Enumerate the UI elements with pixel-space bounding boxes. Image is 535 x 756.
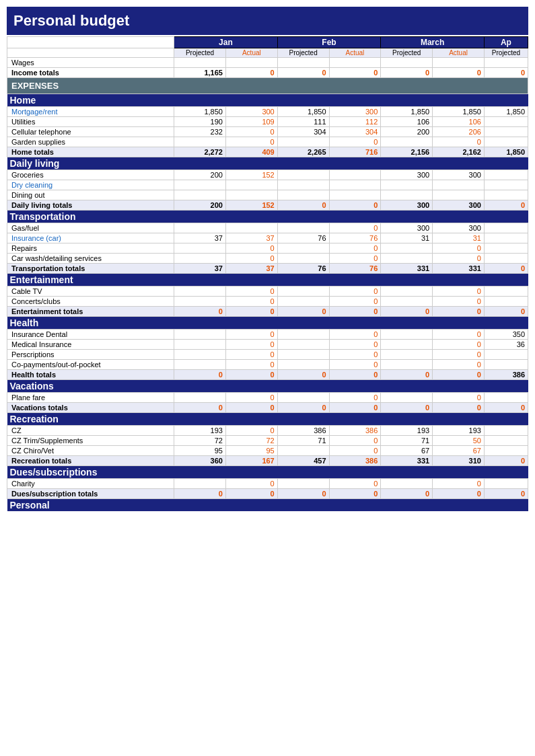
medical-ins-label: Medical Insurance bbox=[7, 340, 174, 350]
ins-dental-mar-proj bbox=[381, 330, 433, 340]
mortgage-mar-proj: 1,850 bbox=[381, 107, 433, 117]
dues-mar-proj: 0 bbox=[381, 489, 433, 499]
cellular-label: Cellular telephone bbox=[7, 127, 174, 137]
dry-cleaning-feb-act bbox=[329, 180, 381, 190]
mortgage-feb-act: 300 bbox=[329, 107, 381, 117]
plane-mar-act: 0 bbox=[433, 393, 485, 403]
dues-label: Dues/subscriptions bbox=[7, 466, 528, 479]
medical-ap-proj: 36 bbox=[484, 340, 528, 350]
medical-feb-act: 0 bbox=[329, 340, 381, 350]
utilities-jan-proj: 190 bbox=[174, 117, 226, 127]
cz-chiro-row: CZ Chiro/Vet 95 95 0 67 67 bbox=[7, 446, 528, 456]
cz-chiro-ap-proj bbox=[484, 446, 528, 456]
gas-ap-proj bbox=[484, 223, 528, 233]
medical-jan-act: 0 bbox=[225, 340, 277, 350]
vacations-header: Vacations bbox=[7, 380, 528, 393]
income-jan-act: 0 bbox=[225, 68, 277, 78]
insurance-car-row: Insurance (car) 37 37 76 76 31 31 bbox=[7, 233, 528, 243]
cz-trim-row: CZ Trim/Supplements 72 72 71 0 71 50 bbox=[7, 436, 528, 446]
charity-ap-proj bbox=[484, 479, 528, 489]
home-totals-row: Home totals 2,272 409 2,265 716 2,156 2,… bbox=[7, 147, 528, 157]
vac-ap-proj: 0 bbox=[484, 403, 528, 413]
trans-feb-proj: 76 bbox=[277, 264, 329, 274]
repairs-mar-proj bbox=[381, 243, 433, 254]
jan-projected-header: Projected bbox=[174, 48, 226, 58]
dry-cleaning-label: Dry cleaning bbox=[7, 180, 174, 190]
utilities-row: Utilities 190 109 111 112 106 106 bbox=[7, 117, 528, 127]
charity-feb-act: 0 bbox=[329, 479, 381, 489]
home-totals-jan-proj: 2,272 bbox=[174, 147, 226, 157]
transportation-label: Transportation bbox=[7, 211, 528, 223]
cz-jan-act: 0 bbox=[225, 426, 277, 436]
rec-mar-proj: 331 bbox=[381, 456, 433, 466]
dues-ap-proj: 0 bbox=[484, 489, 528, 499]
copay-mar-proj bbox=[381, 360, 433, 370]
perscr-mar-act: 0 bbox=[433, 350, 485, 360]
concerts-row: Concerts/clubs 0 0 0 bbox=[7, 297, 528, 307]
dry-cleaning-jan-act bbox=[225, 180, 277, 190]
trans-mar-proj: 331 bbox=[381, 264, 433, 274]
repairs-jan-act: 0 bbox=[225, 243, 277, 254]
cz-trim-jan-proj: 72 bbox=[174, 436, 226, 446]
medical-mar-proj bbox=[381, 340, 433, 350]
perscr-feb-proj bbox=[277, 350, 329, 360]
charity-feb-proj bbox=[277, 479, 329, 489]
page-wrapper: Personal budget Jan Feb March Ap Project… bbox=[0, 0, 535, 518]
cz-chiro-jan-proj: 95 bbox=[174, 446, 226, 456]
rec-feb-act: 386 bbox=[329, 456, 381, 466]
health-jan-act: 0 bbox=[225, 370, 277, 380]
groceries-jan-proj: 200 bbox=[174, 170, 226, 180]
dues-jan-act: 0 bbox=[225, 489, 277, 499]
cellular-mar-proj: 200 bbox=[381, 127, 433, 137]
daily-living-header: Daily living bbox=[7, 157, 528, 170]
health-totals-row: Health totals 0 0 0 0 0 0 386 bbox=[7, 370, 528, 380]
daily-totals-feb-proj: 0 bbox=[277, 200, 329, 211]
cz-chiro-jan-act: 95 bbox=[225, 446, 277, 456]
car-wash-feb-proj bbox=[277, 254, 329, 264]
utilities-jan-act: 109 bbox=[225, 117, 277, 127]
repairs-jan-proj bbox=[174, 243, 226, 254]
rec-feb-proj: 457 bbox=[277, 456, 329, 466]
cable-tv-row: Cable TV 0 0 0 bbox=[7, 287, 528, 297]
transport-totals-label: Transportation totals bbox=[7, 264, 174, 274]
jan-actual-header: Actual bbox=[225, 48, 277, 58]
dining-feb-act bbox=[329, 190, 381, 200]
concerts-mar-act: 0 bbox=[433, 297, 485, 307]
garden-ap-proj bbox=[484, 137, 528, 147]
home-label: Home bbox=[7, 94, 528, 107]
gas-feb-proj bbox=[277, 223, 329, 233]
wages-ap-proj bbox=[484, 58, 528, 68]
cellular-feb-proj: 304 bbox=[277, 127, 329, 137]
mortgage-jan-proj: 1,850 bbox=[174, 107, 226, 117]
utilities-label: Utilities bbox=[7, 117, 174, 127]
repairs-label: Repairs bbox=[7, 243, 174, 254]
dining-jan-proj bbox=[174, 190, 226, 200]
personal-header: Personal bbox=[7, 499, 528, 512]
groceries-mar-proj: 300 bbox=[381, 170, 433, 180]
ent-mar-act: 0 bbox=[433, 307, 485, 317]
concerts-feb-act: 0 bbox=[329, 297, 381, 307]
ins-car-feb-proj: 76 bbox=[277, 233, 329, 243]
wages-feb-act bbox=[329, 58, 381, 68]
health-jan-proj: 0 bbox=[174, 370, 226, 380]
copayments-row: Co-payments/out-of-pocket 0 0 0 bbox=[7, 360, 528, 370]
ins-car-jan-act: 37 bbox=[225, 233, 277, 243]
ins-car-jan-proj: 37 bbox=[174, 233, 226, 243]
ins-dental-jan-proj bbox=[174, 330, 226, 340]
ins-car-ap-proj bbox=[484, 233, 528, 243]
ent-feb-proj: 0 bbox=[277, 307, 329, 317]
personal-label: Personal bbox=[7, 499, 528, 512]
groceries-feb-act bbox=[329, 170, 381, 180]
march-projected-header: Projected bbox=[381, 48, 433, 58]
home-section-header: Home bbox=[7, 94, 528, 107]
ent-mar-proj: 0 bbox=[381, 307, 433, 317]
garden-mar-act: 0 bbox=[433, 137, 485, 147]
concerts-jan-proj bbox=[174, 297, 226, 307]
car-wash-label: Car wash/detailing services bbox=[7, 254, 174, 264]
transport-totals-row: Transportation totals 37 37 76 76 331 33… bbox=[7, 264, 528, 274]
health-feb-proj: 0 bbox=[277, 370, 329, 380]
daily-totals-feb-act: 0 bbox=[329, 200, 381, 211]
dues-header: Dues/subscriptions bbox=[7, 466, 528, 479]
insurance-car-label: Insurance (car) bbox=[7, 233, 174, 243]
plane-feb-act: 0 bbox=[329, 393, 381, 403]
